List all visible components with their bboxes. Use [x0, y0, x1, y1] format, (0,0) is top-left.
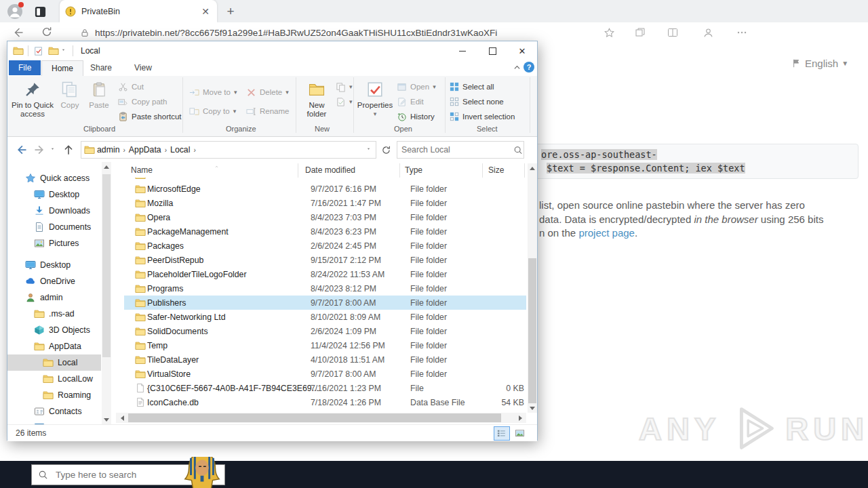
- file-row[interactable]: Mozilla7/16/2021 1:47 PMFile folder: [124, 196, 526, 210]
- scroll-left-arrow-icon[interactable]: [117, 413, 127, 423]
- file-row[interactable]: VirtualStore9/7/2017 8:00 AMFile folder: [124, 367, 526, 381]
- sidebar-item-desktop[interactable]: Desktop: [7, 186, 101, 203]
- sidebar-item-desktop[interactable]: Desktop: [7, 420, 101, 424]
- select-all-button[interactable]: Select all: [450, 80, 494, 94]
- search-icon[interactable]: [513, 145, 523, 155]
- sidebar-item-appdata[interactable]: AppData: [7, 338, 101, 354]
- sidebar-item-local[interactable]: Local: [7, 354, 101, 371]
- ribbon-tab-share[interactable]: Share: [81, 60, 121, 75]
- sidebar-item-downloads[interactable]: Downloads: [7, 203, 101, 219]
- nav-back-icon[interactable]: [14, 143, 28, 157]
- sidebar-item-quick-access[interactable]: Quick access: [7, 170, 101, 186]
- file-row[interactable]: PackageManagement8/4/2023 6:23 PMFile fo…: [124, 224, 526, 239]
- file-row[interactable]: PlaceholderTileLogoFolder8/24/2022 11:53…: [124, 267, 526, 281]
- search-box[interactable]: [397, 141, 524, 159]
- collapse-ribbon-icon[interactable]: [513, 64, 521, 70]
- copy-button[interactable]: Copy: [56, 77, 83, 110]
- column-header-size[interactable]: Size: [488, 165, 504, 175]
- new-folder-button[interactable]: New folder: [300, 77, 333, 119]
- browser-tab-privatebin[interactable]: PrivateBin ✕: [60, 0, 217, 22]
- nav-recent-chevron-icon[interactable]: [50, 143, 58, 157]
- column-header-date[interactable]: Date modified: [305, 165, 355, 175]
- new-tab-button[interactable]: +: [224, 5, 237, 18]
- file-list-scroll-thumb[interactable]: [528, 258, 536, 403]
- sidebar-item-desktop[interactable]: Desktop: [7, 257, 101, 273]
- sidebar-item-pictures[interactable]: Pictures: [7, 235, 101, 251]
- breadcrumb-local[interactable]: Local: [168, 145, 192, 155]
- sidebar-scroll-thumb[interactable]: [102, 174, 111, 357]
- sidebar-item-roaming[interactable]: Roaming: [7, 387, 101, 403]
- breadcrumb-admin[interactable]: admin: [95, 145, 122, 155]
- breadcrumb-appdata[interactable]: AppData: [127, 145, 163, 155]
- sidebar-item-onedrive[interactable]: OneDrive: [7, 273, 101, 289]
- scroll-down-arrow-icon[interactable]: [102, 415, 111, 424]
- file-row[interactable]: Packages2/6/2024 2:45 PMFile folder: [124, 239, 526, 253]
- ribbon-tab-view[interactable]: View: [125, 60, 161, 75]
- sidebar-item-admin[interactable]: admin: [7, 289, 101, 306]
- copy-to-button[interactable]: Copy to▾: [189, 104, 236, 118]
- browser-menu-icon[interactable]: [736, 27, 749, 39]
- easy-access-button[interactable]: ▾: [336, 95, 353, 108]
- delete-button[interactable]: Delete▾: [246, 85, 289, 99]
- browser-profile-icon[interactable]: [703, 27, 715, 39]
- project-page-link[interactable]: project page: [578, 227, 635, 239]
- refresh-icon[interactable]: [380, 144, 391, 155]
- open-button[interactable]: Open▾: [397, 80, 436, 94]
- maximize-button[interactable]: [477, 41, 507, 60]
- browser-window-icon[interactable]: [34, 5, 47, 18]
- scroll-up-arrow-icon[interactable]: [528, 163, 537, 173]
- rename-button[interactable]: Rename: [246, 104, 289, 118]
- favorites-star-icon[interactable]: [604, 27, 616, 39]
- collections-icon[interactable]: [635, 27, 647, 39]
- cut-button[interactable]: Cut: [118, 80, 144, 94]
- file-list-scrollbar[interactable]: [528, 163, 537, 413]
- file-row[interactable]: {C310C6EF-5667-4A0B-A41F-7B94CE3E69...7/…: [124, 381, 526, 395]
- edit-button[interactable]: Edit: [397, 95, 424, 108]
- browser-back-icon[interactable]: [11, 26, 24, 39]
- new-item-button[interactable]: ▾: [336, 80, 353, 94]
- split-window-icon[interactable]: [667, 27, 679, 39]
- file-row[interactable]: SolidDocuments2/6/2024 1:09 PMFile folde…: [124, 324, 526, 338]
- minimize-button[interactable]: [448, 41, 477, 60]
- search-input[interactable]: [397, 145, 513, 155]
- history-button[interactable]: History: [397, 110, 435, 123]
- file-row[interactable]: PeerDistRepub9/15/2017 2:12 PMFile folde…: [124, 253, 526, 267]
- ribbon-tab-file[interactable]: File: [9, 60, 41, 75]
- horizontal-scroll-thumb[interactable]: [128, 413, 501, 422]
- move-to-button[interactable]: Move to▾: [189, 85, 237, 99]
- qat-customize-chevron-icon[interactable]: [62, 48, 68, 54]
- sidebar-item--ms-ad[interactable]: .ms-ad: [7, 306, 101, 322]
- column-header-name[interactable]: Name: [131, 165, 153, 175]
- file-row[interactable]: IconCache.db7/18/2024 1:26 PMData Base F…: [124, 395, 526, 409]
- tab-close-icon[interactable]: ✕: [199, 6, 212, 17]
- sidebar-scrollbar[interactable]: [102, 162, 111, 424]
- file-row[interactable]: Opera8/4/2023 7:03 PMFile folder: [124, 210, 526, 224]
- breadcrumb[interactable]: admin›AppData›Local›: [81, 141, 376, 159]
- sidebar-item-documents[interactable]: Documents: [7, 219, 101, 235]
- copy-path-button[interactable]: Copy path: [118, 95, 167, 108]
- scroll-up-arrow-icon[interactable]: [102, 162, 111, 171]
- help-button[interactable]: ?: [524, 62, 534, 73]
- qat-properties-icon[interactable]: [33, 45, 44, 56]
- pin-to-quick-access-button[interactable]: Pin to Quick access: [12, 77, 54, 119]
- invert-selection-button[interactable]: Invert selection: [450, 110, 515, 123]
- file-row[interactable]: TileDataLayer4/10/2018 11:51 AMFile fold…: [124, 352, 526, 367]
- sidebar-item-3d-objects[interactable]: 3D Objects: [7, 322, 101, 338]
- address-bar-url[interactable]: https://privatebin.net/?8cc6675f91a299e1…: [95, 28, 590, 38]
- browser-reload-icon[interactable]: [41, 26, 54, 39]
- paste-button[interactable]: Paste: [85, 77, 113, 110]
- file-row[interactable]: MicrosoftEdge9/7/2017 6:16 PMFile folder: [124, 182, 526, 196]
- file-row[interactable]: Temp11/4/2024 12:56 PMFile folder: [124, 338, 526, 352]
- explorer-system-folder-icon[interactable]: [13, 45, 24, 56]
- file-row[interactable]: Publishers9/7/2017 8:00 AMFile folder: [124, 296, 526, 310]
- sidebar-item-locallow[interactable]: LocalLow: [7, 371, 101, 387]
- horizontal-scrollbar[interactable]: [116, 413, 526, 423]
- qat-new-folder-icon[interactable]: [48, 45, 59, 56]
- nav-up-icon[interactable]: [62, 143, 75, 157]
- address-dropdown-chevron-icon[interactable]: [367, 147, 373, 153]
- file-row[interactable]: Programs8/4/2023 8:12 PMFile folder: [124, 281, 526, 296]
- scroll-right-arrow-icon[interactable]: [515, 413, 525, 423]
- close-button[interactable]: ✕: [507, 41, 537, 60]
- select-none-button[interactable]: Select none: [450, 95, 504, 108]
- properties-button[interactable]: Properties▾: [357, 77, 393, 119]
